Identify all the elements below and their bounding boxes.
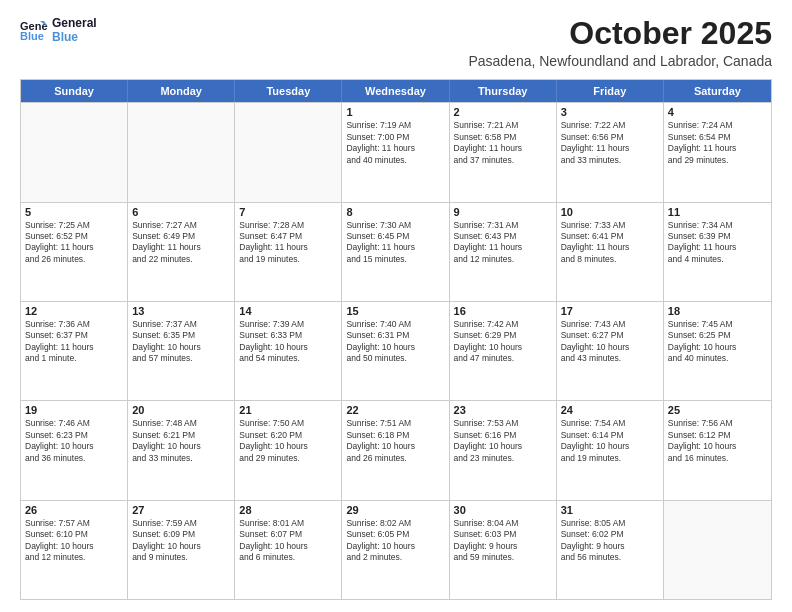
day-cell-15: 15Sunrise: 7:40 AMSunset: 6:31 PMDayligh… [342,302,449,400]
subtitle: Pasadena, Newfoundland and Labrador, Can… [468,53,772,69]
cell-text: Sunset: 6:07 PM [239,529,337,540]
cell-text: Daylight: 10 hours [239,541,337,552]
day-cell-20: 20Sunrise: 7:48 AMSunset: 6:21 PMDayligh… [128,401,235,499]
cell-text: and 40 minutes. [668,353,767,364]
cell-text: Sunrise: 7:43 AM [561,319,659,330]
cell-text: Sunrise: 7:24 AM [668,120,767,131]
cell-text: and 26 minutes. [25,254,123,265]
page: General Blue General Blue October 2025 P… [0,0,792,612]
logo-icon: General Blue [20,19,48,41]
day-cell-13: 13Sunrise: 7:37 AMSunset: 6:35 PMDayligh… [128,302,235,400]
cell-text: Daylight: 10 hours [346,541,444,552]
day-cell-18: 18Sunrise: 7:45 AMSunset: 6:25 PMDayligh… [664,302,771,400]
cell-text: Daylight: 11 hours [239,242,337,253]
cell-text: Sunrise: 7:46 AM [25,418,123,429]
day-number: 21 [239,404,337,416]
cell-text: and 8 minutes. [561,254,659,265]
day-cell-30: 30Sunrise: 8:04 AMSunset: 6:03 PMDayligh… [450,501,557,599]
cell-text: Daylight: 10 hours [668,441,767,452]
cell-text: Daylight: 10 hours [132,342,230,353]
cell-text: Sunrise: 7:25 AM [25,220,123,231]
cell-text: Sunset: 6:03 PM [454,529,552,540]
cell-text: Daylight: 10 hours [668,342,767,353]
header-day-tuesday: Tuesday [235,80,342,102]
day-cell-1: 1Sunrise: 7:19 AMSunset: 7:00 PMDaylight… [342,103,449,201]
cell-text: Sunrise: 7:21 AM [454,120,552,131]
day-cell-12: 12Sunrise: 7:36 AMSunset: 6:37 PMDayligh… [21,302,128,400]
day-cell-4: 4Sunrise: 7:24 AMSunset: 6:54 PMDaylight… [664,103,771,201]
day-cell-14: 14Sunrise: 7:39 AMSunset: 6:33 PMDayligh… [235,302,342,400]
cell-text: Daylight: 11 hours [25,242,123,253]
day-number: 24 [561,404,659,416]
day-cell-31: 31Sunrise: 8:05 AMSunset: 6:02 PMDayligh… [557,501,664,599]
day-number: 1 [346,106,444,118]
cell-text: Daylight: 10 hours [132,541,230,552]
cell-text: Sunset: 6:41 PM [561,231,659,242]
day-cell-6: 6Sunrise: 7:27 AMSunset: 6:49 PMDaylight… [128,203,235,301]
cell-text: Sunrise: 7:27 AM [132,220,230,231]
cell-text: Sunrise: 7:28 AM [239,220,337,231]
cell-text: Sunset: 6:09 PM [132,529,230,540]
cell-text: Sunrise: 7:33 AM [561,220,659,231]
cell-text: Daylight: 10 hours [346,342,444,353]
cell-text: Daylight: 10 hours [25,541,123,552]
logo-line2: Blue [52,30,97,44]
cell-text: Daylight: 10 hours [454,441,552,452]
cell-text: and 26 minutes. [346,453,444,464]
cell-text: Sunset: 6:56 PM [561,132,659,143]
week-row-1: 1Sunrise: 7:19 AMSunset: 7:00 PMDaylight… [21,102,771,201]
cell-text: and 1 minute. [25,353,123,364]
cell-text: Daylight: 10 hours [132,441,230,452]
day-cell-19: 19Sunrise: 7:46 AMSunset: 6:23 PMDayligh… [21,401,128,499]
day-cell-24: 24Sunrise: 7:54 AMSunset: 6:14 PMDayligh… [557,401,664,499]
cell-text: Sunset: 6:37 PM [25,330,123,341]
logo: General Blue General Blue [20,16,97,45]
cell-text: Sunset: 6:54 PM [668,132,767,143]
day-cell-5: 5Sunrise: 7:25 AMSunset: 6:52 PMDaylight… [21,203,128,301]
day-number: 10 [561,206,659,218]
cell-text: Daylight: 10 hours [239,342,337,353]
day-number: 30 [454,504,552,516]
cell-text: Sunrise: 7:54 AM [561,418,659,429]
cell-text: Sunrise: 7:19 AM [346,120,444,131]
cell-text: Sunrise: 7:36 AM [25,319,123,330]
week-row-5: 26Sunrise: 7:57 AMSunset: 6:10 PMDayligh… [21,500,771,599]
cell-text: and 12 minutes. [25,552,123,563]
day-cell-22: 22Sunrise: 7:51 AMSunset: 6:18 PMDayligh… [342,401,449,499]
header-day-monday: Monday [128,80,235,102]
cell-text: Sunset: 6:20 PM [239,430,337,441]
cell-text: and 22 minutes. [132,254,230,265]
cell-text: and 37 minutes. [454,155,552,166]
day-number: 22 [346,404,444,416]
cell-text: Sunset: 6:35 PM [132,330,230,341]
cell-text: Sunset: 6:52 PM [25,231,123,242]
day-cell-26: 26Sunrise: 7:57 AMSunset: 6:10 PMDayligh… [21,501,128,599]
cell-text: Sunset: 6:23 PM [25,430,123,441]
empty-cell [128,103,235,201]
day-number: 20 [132,404,230,416]
cell-text: and 50 minutes. [346,353,444,364]
cell-text: Sunrise: 7:31 AM [454,220,552,231]
cell-text: Sunset: 6:27 PM [561,330,659,341]
cell-text: Sunset: 6:16 PM [454,430,552,441]
svg-text:Blue: Blue [20,30,44,41]
cell-text: Sunset: 6:02 PM [561,529,659,540]
day-cell-17: 17Sunrise: 7:43 AMSunset: 6:27 PMDayligh… [557,302,664,400]
cell-text: Sunset: 6:58 PM [454,132,552,143]
cell-text: and 29 minutes. [239,453,337,464]
day-number: 29 [346,504,444,516]
cell-text: Sunrise: 8:01 AM [239,518,337,529]
day-cell-9: 9Sunrise: 7:31 AMSunset: 6:43 PMDaylight… [450,203,557,301]
day-number: 12 [25,305,123,317]
logo-line1: General [52,16,97,30]
calendar-body: 1Sunrise: 7:19 AMSunset: 7:00 PMDaylight… [21,102,771,599]
cell-text: Daylight: 11 hours [561,242,659,253]
cell-text: Daylight: 11 hours [454,143,552,154]
cell-text: Sunrise: 7:42 AM [454,319,552,330]
cell-text: and 40 minutes. [346,155,444,166]
day-number: 31 [561,504,659,516]
day-number: 26 [25,504,123,516]
cell-text: and 36 minutes. [25,453,123,464]
empty-cell [664,501,771,599]
cell-text: and 54 minutes. [239,353,337,364]
